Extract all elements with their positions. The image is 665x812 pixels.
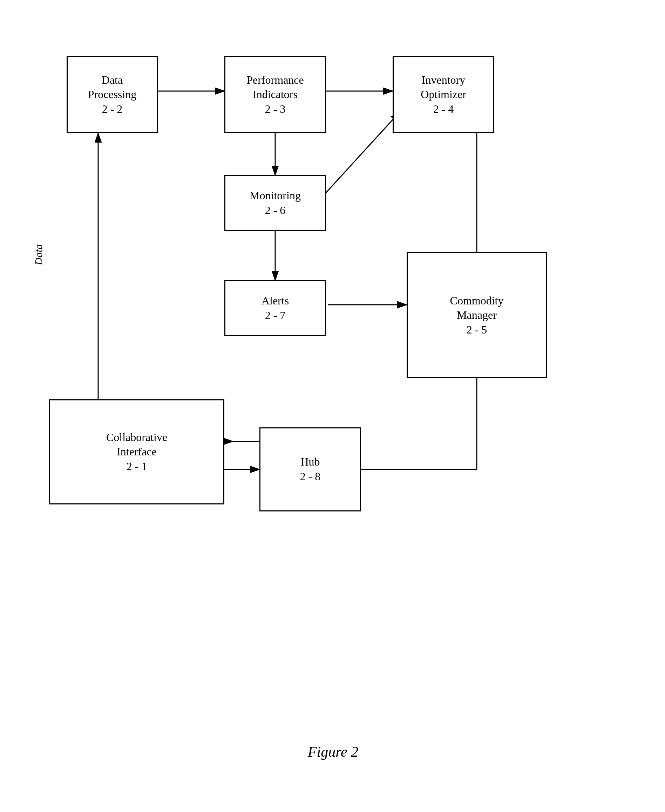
diagram-container: Data Processing 2 - 2 Performance Indica… <box>21 21 645 774</box>
commodity-manager-box: Commodity Manager 2 - 5 <box>407 252 547 378</box>
performance-indicators-label2: Indicators <box>253 87 298 102</box>
performance-indicators-box: Performance Indicators 2 - 3 <box>224 56 326 133</box>
data-processing-label2: Processing <box>88 87 137 102</box>
arrows-svg <box>21 21 645 774</box>
inventory-optimizer-box: Inventory Optimizer 2 - 4 <box>393 56 494 133</box>
collaborative-interface-label1: Collaborative <box>106 430 167 445</box>
inventory-optimizer-label3: 2 - 4 <box>433 102 454 117</box>
monitoring-label2: 2 - 6 <box>265 203 286 218</box>
hub-label2: 2 - 8 <box>300 469 321 484</box>
inventory-optimizer-label2: Optimizer <box>421 87 466 102</box>
data-arrow-label: Data <box>33 244 44 265</box>
commodity-manager-label3: 2 - 5 <box>467 323 487 337</box>
alerts-box: Alerts 2 - 7 <box>224 280 326 336</box>
data-processing-box: Data Processing 2 - 2 <box>67 56 158 133</box>
hub-box: Hub 2 - 8 <box>259 427 361 511</box>
svg-line-5 <box>326 112 400 193</box>
collaborative-interface-box: Collaborative Interface 2 - 1 <box>49 399 224 505</box>
data-processing-label: Data <box>102 73 123 88</box>
alerts-label1: Alerts <box>262 294 289 308</box>
inventory-optimizer-label1: Inventory <box>422 73 465 88</box>
alerts-label2: 2 - 7 <box>265 308 286 323</box>
performance-indicators-label3: 2 - 3 <box>265 102 286 117</box>
performance-indicators-label1: Performance <box>246 73 304 88</box>
data-processing-label3: 2 - 2 <box>102 102 123 117</box>
monitoring-box: Monitoring 2 - 6 <box>224 175 326 231</box>
figure-label: Figure 2 <box>308 743 358 760</box>
monitoring-label1: Monitoring <box>250 188 301 203</box>
collaborative-interface-label2: Interface <box>117 444 157 459</box>
commodity-manager-label2: Manager <box>457 308 497 323</box>
commodity-manager-label1: Commodity <box>450 294 504 308</box>
hub-label1: Hub <box>300 455 320 469</box>
collaborative-interface-label3: 2 - 1 <box>126 459 147 474</box>
